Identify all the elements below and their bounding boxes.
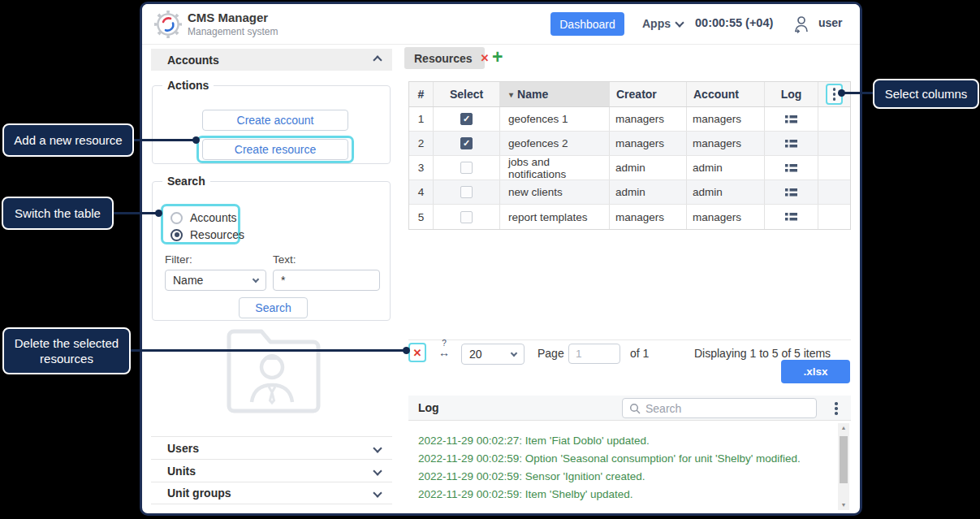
log-search-box[interactable] [622, 398, 817, 418]
callout-switch-table: Switch the table [2, 197, 114, 230]
delete-selected-button[interactable]: ✕ [408, 343, 426, 362]
log-list-icon[interactable] [785, 212, 797, 222]
page-input[interactable] [568, 344, 620, 364]
row-checkbox[interactable] [460, 211, 473, 223]
callout-line-switch-table [112, 212, 161, 214]
log-search-input[interactable] [645, 402, 809, 415]
row-number: 1 [409, 107, 434, 131]
radio-resources-circle[interactable] [171, 229, 183, 241]
page-size-select[interactable]: 20 [461, 344, 525, 365]
log-list-icon[interactable] [785, 115, 797, 124]
log-entry: 2022-11-29 00:02:59: Option 'Seasonal co… [418, 450, 823, 468]
row-number: 3 [409, 156, 434, 179]
sort-desc-icon: ▾ [509, 90, 513, 99]
row-log-cell [765, 132, 818, 155]
row-menu-cell [818, 205, 850, 229]
log-entry: 2022-11-29 00:02:59: Item 'Shelby' updat… [418, 486, 823, 504]
row-name: geofences 2 [500, 132, 610, 155]
log-menu-button[interactable] [831, 400, 842, 417]
resources-table: # Select ▾ Name Creator Account Log 1 ge… [408, 81, 851, 230]
log-panel-title: Log [418, 401, 439, 414]
page-of-label: of 1 [630, 347, 649, 360]
row-name: geofences 1 [500, 107, 610, 131]
log-entry: 2022-11-29 00:02:27: Item 'Fiat Doblo' u… [418, 432, 823, 450]
row-select-cell [434, 107, 500, 131]
apps-menu[interactable]: Apps [642, 17, 683, 30]
scroll-down-icon[interactable]: ▼ [838, 500, 849, 510]
app-title: CMS Manager [188, 11, 268, 24]
callout-delete-selected: Delete the selected resources [2, 327, 131, 374]
table-row: 4 new clients admin admin [409, 180, 850, 205]
callout-line-select-columns [843, 92, 875, 94]
header-creator: Creator [610, 82, 687, 106]
callout-add-resource: Add a new resource [2, 123, 134, 157]
chevron-up-icon [373, 55, 382, 64]
log-scrollbar[interactable]: ▲ ▼ [838, 423, 849, 510]
log-entry: 2022-11-29 00:02:59: Sensor 'Ignition' c… [418, 468, 823, 486]
app-subtitle: Management system [188, 26, 278, 37]
radio-accounts-circle[interactable] [171, 212, 183, 224]
export-xlsx-button[interactable]: .xlsx [781, 360, 850, 383]
row-creator: managers [610, 132, 687, 155]
search-text-input[interactable] [273, 270, 380, 291]
log-list-icon[interactable] [785, 188, 797, 197]
row-checkbox[interactable] [460, 162, 473, 174]
callout-dot-select-columns [838, 89, 845, 97]
callout-line-delete [128, 349, 408, 352]
table-row: 2 geofences 2 managers managers [409, 132, 850, 156]
row-checkbox[interactable] [460, 186, 473, 198]
filter-label: Filter: [165, 253, 192, 266]
create-resource-button[interactable]: Create resource [202, 139, 348, 160]
row-account: admin [687, 156, 765, 179]
scroll-up-icon[interactable]: ▲ [838, 423, 849, 433]
row-checkbox[interactable] [460, 113, 473, 125]
row-name: new clients [500, 180, 610, 204]
log-panel-header: Log [408, 396, 851, 421]
radio-resources[interactable]: Resources [171, 228, 244, 241]
log-list-icon[interactable] [785, 163, 797, 173]
row-menu-cell [818, 132, 850, 155]
chevron-down-icon [511, 349, 517, 356]
callout-dot-delete [403, 347, 410, 354]
chevron-down-icon [253, 275, 259, 282]
table-row: 3 jobs and notifications admin admin [409, 156, 850, 180]
row-creator: admin [610, 156, 687, 179]
row-menu-cell [818, 107, 850, 131]
radio-accounts[interactable]: Accounts [171, 211, 237, 224]
dashboard-button[interactable]: Dashboard [550, 12, 624, 36]
filter-select[interactable]: Name [165, 270, 266, 291]
callout-line-add-resource [132, 139, 197, 141]
app-window: CMS Manager Management system Dashboard … [140, 2, 862, 516]
row-creator: managers [610, 205, 687, 229]
row-number: 5 [409, 205, 434, 229]
text-label: Text: [273, 253, 296, 266]
tab-close-icon[interactable]: ✕ [481, 53, 490, 63]
app-header: CMS Manager Management system Dashboard … [142, 4, 860, 45]
sidebar-item-units[interactable]: Units [151, 459, 392, 482]
row-number: 4 [409, 180, 434, 204]
actions-legend: Actions [162, 79, 214, 92]
fit-columns-button[interactable]: ? ↔ [434, 340, 454, 357]
displaying-status: Displaying 1 to 5 of 5 items [694, 347, 831, 360]
header-name-sortable[interactable]: ▾ Name [500, 82, 610, 106]
sidebar-item-unit-groups[interactable]: Unit groups [151, 482, 392, 504]
accounts-panel-header[interactable]: Accounts [151, 49, 392, 71]
session-clock: 00:00:55 (+04) [695, 16, 773, 29]
user-icon [792, 15, 810, 34]
row-select-cell [434, 132, 500, 155]
search-button[interactable]: Search [239, 297, 308, 318]
add-tab-button[interactable]: + [492, 46, 503, 68]
row-checkbox[interactable] [460, 137, 473, 149]
header-account: Account [687, 82, 765, 106]
user-menu[interactable]: user [818, 16, 843, 29]
sidebar-item-users[interactable]: Users [151, 436, 392, 459]
row-account: admin [687, 180, 765, 204]
create-account-button[interactable]: Create account [202, 110, 348, 131]
row-menu-cell [818, 180, 850, 204]
log-list-icon[interactable] [785, 139, 797, 149]
create-resource-highlight: Create resource [196, 136, 354, 163]
scrollbar-thumb[interactable] [840, 436, 848, 483]
search-legend: Search [162, 175, 210, 188]
table-row: 1 geofences 1 managers managers [409, 107, 850, 132]
tab-resources[interactable]: Resources ✕ [404, 47, 485, 69]
